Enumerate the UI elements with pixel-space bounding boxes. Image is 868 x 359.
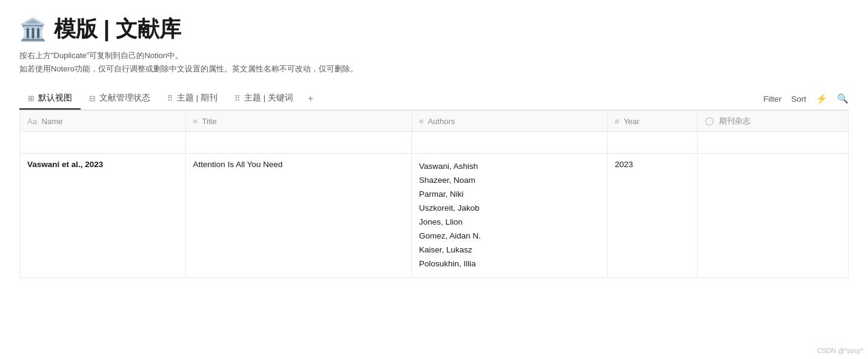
col-header-name: Aa Name <box>20 111 186 132</box>
tab-bar-left: ⊞ 默认视图 ⊟ 文献管理状态 ⠿ 主题 | 期刊 ⠿ 主题 | 关键词 + <box>19 88 763 110</box>
tab-default-label: 默认视图 <box>38 93 72 104</box>
authors-type-icon: ≡ <box>419 117 424 126</box>
author-7: Kaiser, Lukasz <box>419 243 600 257</box>
author-3: Parmar, Niki <box>419 188 600 202</box>
lightning-icon[interactable]: ⚡ <box>816 93 827 104</box>
cell-journal-vaswani[interactable] <box>698 154 849 278</box>
page-title: 模版 | 文献库 <box>54 15 181 44</box>
table-header-row: Aa Name ≡ Title ≡ Authors # Year ◯ 期刊杂 <box>20 111 849 132</box>
page-header: 🏛️ 模版 | 文献库 <box>19 15 849 44</box>
table-row <box>20 132 849 154</box>
tab-bar: ⊞ 默认视图 ⊟ 文献管理状态 ⠿ 主题 | 期刊 ⠿ 主题 | 关键词 + F… <box>19 88 849 110</box>
col-header-journal: ◯ 期刊杂志 <box>698 111 849 132</box>
author-5: Jones, Llion <box>419 216 600 229</box>
tab-default-view[interactable]: ⊞ 默认视图 <box>19 88 81 110</box>
author-1: Vaswani, Ashish <box>419 160 600 174</box>
tab-subject-keyword[interactable]: ⠿ 主题 | 关键词 <box>226 88 302 110</box>
journal-type-icon: ◯ <box>705 116 714 125</box>
page-icon: 🏛️ <box>19 17 47 42</box>
cell-authors-vaswani[interactable]: Vaswani, Ashish Shazeer, Noam Parmar, Ni… <box>411 154 607 278</box>
col-header-year: # Year <box>608 111 698 132</box>
cell-authors-empty[interactable] <box>411 132 607 154</box>
search-icon[interactable]: 🔍 <box>837 93 849 104</box>
page-description: 按右上方"Duplicate"可复制到自己的Notion中。 如若使用Noter… <box>19 49 849 76</box>
year-type-icon: # <box>615 117 619 126</box>
tab-bar-right: Filter Sort ⚡ 🔍 <box>763 88 849 109</box>
row-title-value: Attention Is All You Need <box>193 160 283 169</box>
col-header-authors: ≡ Authors <box>411 111 607 132</box>
cell-year-empty[interactable] <box>608 132 698 154</box>
sort-button[interactable]: Sort <box>791 94 806 104</box>
cell-name-vaswani[interactable]: Vaswani et al., 2023 <box>20 154 186 278</box>
tab-subject-journal-label: 主题 | 期刊 <box>177 93 217 104</box>
cell-name-empty[interactable] <box>20 132 186 154</box>
title-type-icon: ≡ <box>193 117 198 126</box>
author-4: Uszkoreit, Jakob <box>419 202 600 216</box>
table2-icon: ⊟ <box>89 94 96 103</box>
tab-subject-journal[interactable]: ⠿ 主题 | 期刊 <box>159 88 226 110</box>
page-wrapper: 🏛️ 模版 | 文献库 按右上方"Duplicate"可复制到自己的Notion… <box>0 0 868 359</box>
row-name-value: Vaswani et al., 2023 <box>27 160 103 169</box>
cell-title-vaswani[interactable]: Attention Is All You Need <box>185 154 411 278</box>
table-row: Vaswani et al., 2023 Attention Is All Yo… <box>20 154 849 278</box>
name-type-icon: Aa <box>27 117 37 126</box>
tab-subject-keyword-label: 主题 | 关键词 <box>244 93 293 104</box>
add-icon: + <box>308 93 313 104</box>
tab-manage-label: 文献管理状态 <box>99 93 150 104</box>
tab-add-button[interactable]: + <box>302 88 319 109</box>
cell-year-vaswani[interactable]: 2023 <box>608 154 698 278</box>
col-header-title: ≡ Title <box>185 111 411 132</box>
tab-manage-status[interactable]: ⊟ 文献管理状态 <box>81 88 159 110</box>
watermark: CSDN @*pprp* <box>817 347 863 354</box>
gallery-icon-2: ⠿ <box>234 94 240 103</box>
author-8: Polosukhin, Illia <box>419 257 600 271</box>
author-2: Shazeer, Noam <box>419 174 600 188</box>
table-icon: ⊞ <box>28 94 35 103</box>
gallery-icon-1: ⠿ <box>167 94 173 103</box>
database-table: Aa Name ≡ Title ≡ Authors # Year ◯ 期刊杂 <box>19 110 849 278</box>
cell-title-empty[interactable] <box>185 132 411 154</box>
filter-button[interactable]: Filter <box>763 94 781 104</box>
cell-journal-empty[interactable] <box>698 132 849 154</box>
author-6: Gomez, Aidan N. <box>419 229 600 243</box>
row-year-value: 2023 <box>615 160 633 169</box>
